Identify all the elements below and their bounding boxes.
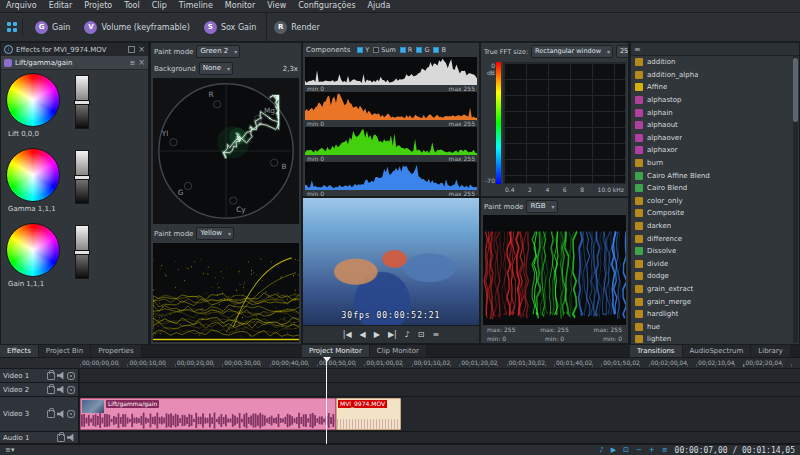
transition-item[interactable]: alphastop — [631, 94, 792, 107]
scrollbar[interactable] — [793, 56, 798, 343]
menu-item[interactable]: Arquivo — [0, 0, 43, 12]
component-checkbox[interactable]: B — [433, 46, 445, 54]
monitor-control-icon[interactable]: ≡ — [433, 330, 440, 339]
dock-tab[interactable]: Effects — [0, 345, 39, 357]
fft-window-select[interactable]: Rectangular window — [531, 45, 613, 58]
transition-item[interactable]: Cairo Blend — [631, 182, 792, 195]
toolbar-button[interactable]: V Volume (keyframable) — [77, 13, 196, 41]
playhead[interactable] — [326, 357, 327, 444]
monitor-control-icon[interactable]: ▶| — [388, 330, 397, 339]
track-lane[interactable] — [80, 383, 800, 396]
transition-item[interactable]: addition — [631, 56, 792, 69]
background-select[interactable]: None — [199, 62, 233, 75]
checkbox-box[interactable] — [416, 47, 422, 53]
slider-handle[interactable] — [74, 175, 90, 180]
effect-header-row[interactable]: Lift/gamma/gain ≡ — [1, 56, 148, 70]
transition-item[interactable]: lighten — [631, 333, 792, 345]
toolbar-button[interactable]: G Gain — [28, 13, 77, 41]
transition-item[interactable]: burn — [631, 157, 792, 170]
component-checkbox[interactable]: R — [400, 46, 413, 54]
statusbar-icon[interactable]: + — [649, 446, 655, 454]
transition-item[interactable]: Dissolve — [631, 245, 792, 258]
track-header[interactable]: Video 1 — [0, 369, 79, 382]
monitor-control-icon[interactable]: ♪ — [405, 330, 410, 339]
track-header[interactable]: Video 2 — [0, 383, 79, 396]
monitor-control-icon[interactable]: ◀ — [360, 330, 366, 339]
transition-item[interactable]: hue — [631, 320, 792, 333]
checkbox-box[interactable] — [433, 47, 439, 53]
parade-paint-mode-select[interactable]: RGB — [526, 200, 557, 213]
dock-float-icon[interactable] — [128, 46, 135, 53]
eye-icon[interactable] — [67, 386, 75, 394]
panel-menu-icon[interactable]: ≡ — [634, 45, 641, 54]
menu-item[interactable]: Tool — [118, 0, 146, 12]
color-wheel[interactable] — [6, 73, 60, 127]
eye-icon[interactable] — [67, 372, 75, 380]
track-lane[interactable] — [80, 369, 800, 382]
lock-icon[interactable] — [47, 386, 55, 394]
transition-item[interactable]: divide — [631, 258, 792, 271]
menu-item[interactable]: View — [261, 0, 292, 12]
checkbox-box[interactable] — [373, 47, 379, 53]
waveform-paint-mode-select[interactable]: Yellow — [196, 227, 234, 240]
color-wheel[interactable] — [6, 148, 60, 202]
statusbar-icon[interactable]: ♪ — [599, 446, 603, 454]
timeline-clip[interactable]: Lift/gamma/gain — [80, 398, 336, 430]
slider-handle[interactable] — [74, 100, 90, 105]
menu-item[interactable]: Projeto — [78, 0, 118, 12]
track-lane[interactable]: Lift/gamma/gain MVI_9974.MOV — [80, 397, 800, 431]
menu-item[interactable]: Monitor — [219, 0, 261, 12]
monitor-control-icon[interactable]: |◀ — [343, 330, 352, 339]
dock-tab[interactable]: Properties — [91, 345, 141, 357]
transition-item[interactable]: alphaover — [631, 132, 792, 145]
transition-item[interactable]: addition_alpha — [631, 69, 792, 82]
lock-icon[interactable] — [57, 434, 65, 442]
transition-item[interactable]: color_only — [631, 195, 792, 208]
transition-item[interactable]: Cairo Affine Blend — [631, 169, 792, 182]
statusbar-icon[interactable]: − — [636, 446, 642, 454]
transition-item[interactable]: alphaxor — [631, 144, 792, 157]
transition-item[interactable]: difference — [631, 232, 792, 245]
dock-tab[interactable]: Transitions — [630, 345, 683, 357]
transition-item[interactable]: alphaout — [631, 119, 792, 132]
transition-item[interactable]: dodge — [631, 270, 792, 283]
transition-item[interactable]: hardlight — [631, 308, 792, 321]
effect-delete-icon[interactable] — [138, 59, 145, 67]
lock-icon[interactable] — [47, 372, 55, 380]
track-lane[interactable] — [80, 432, 800, 443]
timeline-ruler[interactable]: 00:00:00,0000:00:10,0000:00:20,0000:00:3… — [0, 357, 800, 369]
timeline-clip[interactable]: MVI_9974.MOV — [336, 398, 401, 430]
statusbar-icon[interactable]: ▶ — [611, 446, 616, 454]
checkbox-box[interactable] — [357, 47, 363, 53]
statusbar-icon[interactable]: ⊡ — [623, 446, 629, 454]
dock-tab[interactable]: Project Bin — [39, 345, 91, 357]
transition-item[interactable]: alphain — [631, 106, 792, 119]
speaker-icon[interactable] — [57, 410, 65, 418]
grid-icon[interactable] — [4, 18, 23, 36]
speaker-icon[interactable] — [57, 386, 65, 394]
dock-tab[interactable]: Project Monitor — [302, 345, 370, 357]
wheel-value-slider[interactable] — [75, 75, 89, 129]
toolbar-button[interactable]: R Render — [266, 13, 326, 41]
track-header[interactable]: Video 3 — [0, 397, 79, 431]
menu-item[interactable]: Clip — [146, 0, 173, 12]
track-header[interactable]: Audio 1 — [0, 432, 79, 443]
checkbox-box[interactable] — [400, 47, 406, 53]
speaker-icon[interactable] — [67, 434, 75, 442]
monitor-control-icon[interactable]: ⊡ — [418, 330, 425, 339]
transition-item[interactable]: Composite — [631, 207, 792, 220]
eye-icon[interactable] — [67, 410, 75, 418]
menu-item[interactable]: Editar — [43, 0, 79, 12]
component-checkbox[interactable]: G — [416, 46, 429, 54]
toolbar-button[interactable]: S Sox Gain — [197, 13, 263, 41]
fft-size-select[interactable]: 256 — [616, 45, 629, 58]
menu-item[interactable]: Timeline — [173, 0, 219, 12]
transition-item[interactable]: grain_merge — [631, 295, 792, 308]
menu-item[interactable]: Configurações — [292, 0, 361, 12]
scrollbar-thumb[interactable] — [793, 58, 798, 122]
statusbar-icon[interactable]: ≡ — [662, 446, 668, 454]
slider-handle[interactable] — [74, 250, 90, 255]
menu-item[interactable]: Ajuda — [362, 0, 397, 12]
monitor-control-icon[interactable]: ▶ — [374, 330, 380, 339]
transition-item[interactable]: grain_extract — [631, 283, 792, 296]
